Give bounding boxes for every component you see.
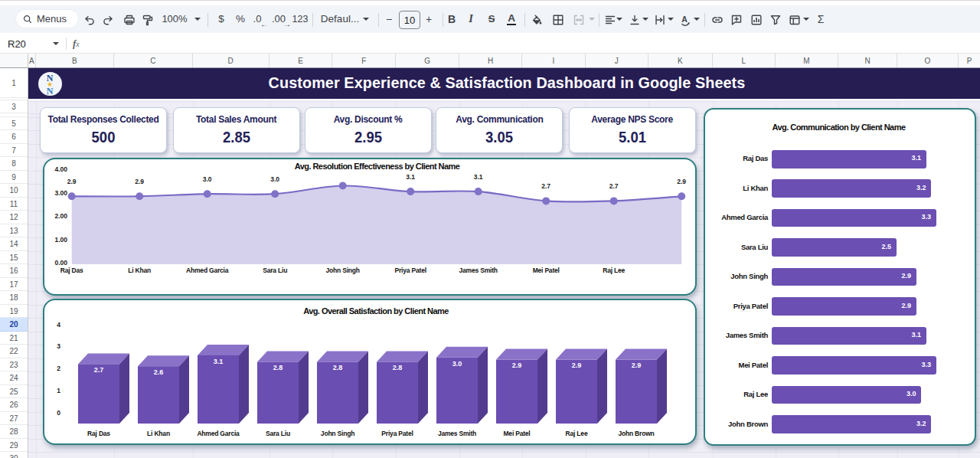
svg-text:2.8: 2.8 [393,364,403,371]
svg-text:2.6: 2.6 [154,368,164,376]
svg-text:2.9: 2.9 [512,361,522,369]
svg-text:A: A [681,15,688,24]
svg-text:3.1: 3.1 [214,358,224,365]
svg-text:2.9: 2.9 [572,361,582,369]
svg-text:2.9: 2.9 [632,361,642,369]
svg-text:3.0: 3.0 [452,360,462,368]
svg-text:2.8: 2.8 [333,364,343,371]
svg-text:2.8: 2.8 [273,364,283,371]
svg-text:2.7: 2.7 [94,366,104,374]
